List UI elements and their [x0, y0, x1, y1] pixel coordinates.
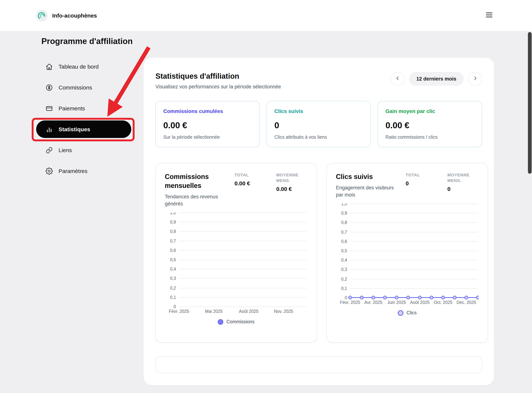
stat-caption: Ratio commissions / clics — [386, 134, 474, 141]
svg-text:Févr. 2025: Févr. 2025 — [169, 309, 189, 314]
period-next-button[interactable] — [468, 72, 482, 86]
svg-text:Mai 2025: Mai 2025 — [205, 309, 223, 314]
bar-chart-icon — [45, 125, 53, 133]
chart-avg-value: 0 — [447, 186, 479, 192]
panel-titles: Statistiques d'affiliation Visualisez vo… — [156, 71, 281, 90]
chart-header: Commissions mensuelles Tendances des rev… — [165, 172, 307, 207]
chart-title: Commissions mensuelles — [165, 172, 230, 190]
period-label[interactable]: 12 derniers mois — [409, 72, 464, 86]
svg-text:0,5: 0,5 — [170, 257, 176, 262]
chart-legend-commissions[interactable]: Commissions — [165, 318, 307, 326]
chart-card-commissions: Commissions mensuelles Tendances des rev… — [156, 163, 317, 343]
chart-total: TOTAL 0.00 € — [234, 172, 272, 187]
svg-text:0,2: 0,2 — [170, 286, 176, 290]
brand-name: Info-acouphènes — [52, 12, 97, 19]
clicks-chart-plot: 1,00,90,80,70,60,50,40,30,20,10Févr. 202… — [336, 204, 479, 306]
sidebar-nav: Tableau de bord Commissions — [0, 58, 144, 180]
brand[interactable]: Info-acouphènes — [36, 10, 97, 21]
sidebar-item-settings[interactable]: Paramètres — [36, 162, 131, 180]
scrollbar-thumb[interactable] — [528, 32, 532, 174]
sidebar-item-dashboard[interactable]: Tableau de bord — [36, 58, 131, 75]
stat-card-avg-gain: Gain moyen par clic 0.00 € Ratio commiss… — [378, 101, 482, 147]
chart-total-value: 0.00 € — [234, 180, 272, 187]
chart-total: TOTAL 0 — [406, 172, 443, 187]
svg-text:Nov. 2025: Nov. 2025 — [274, 309, 293, 314]
svg-text:0,3: 0,3 — [170, 276, 176, 281]
svg-text:0,2: 0,2 — [341, 277, 347, 281]
empty-panel — [156, 356, 482, 373]
home-icon — [45, 63, 53, 70]
sidebar-item-label: Tableau de bord — [59, 63, 99, 70]
app-header: Info-acouphènes — [0, 0, 532, 31]
hamburger-icon — [485, 11, 493, 20]
svg-text:0,8: 0,8 — [170, 229, 176, 234]
panel-title: Statistiques d'affiliation — [156, 71, 281, 81]
chart-subtitle: Tendances des revenus générés — [165, 193, 230, 207]
period-nav: 12 derniers mois — [390, 72, 482, 86]
chart-avg-value: 0.00 € — [276, 186, 307, 192]
svg-text:0: 0 — [174, 304, 176, 309]
svg-text:1,0: 1,0 — [341, 204, 347, 206]
chart-title: Clics suivis — [336, 172, 401, 181]
chart-subtitle: Engagement des visiteurs par mois — [336, 184, 401, 198]
chart-legend-clicks[interactable]: Clics — [336, 309, 479, 317]
chart-total-label: TOTAL — [406, 172, 443, 178]
commissions-chart-plot: 1,00,90,80,70,60,50,40,30,20,10Févr. 202… — [165, 212, 307, 315]
sidebar-item-payments[interactable]: Paiements — [36, 99, 131, 117]
svg-text:Févr. 2025: Févr. 2025 — [340, 300, 360, 305]
chart-avg-label: MOYENNE MENS. — [447, 172, 479, 183]
menu-button[interactable] — [482, 8, 496, 23]
sidebar-item-label: Statistiques — [59, 126, 90, 132]
svg-text:0,5: 0,5 — [341, 248, 347, 253]
panel-subtitle: Visualisez vos performances sur la pério… — [156, 84, 281, 90]
stat-title: Gain moyen par clic — [386, 108, 474, 115]
chart-titles: Commissions mensuelles Tendances des rev… — [165, 172, 230, 207]
stats-panel: Statistiques d'affiliation Visualisez vo… — [144, 58, 494, 385]
sidebar-item-label: Commissions — [59, 84, 92, 91]
svg-text:Avr. 2025: Avr. 2025 — [364, 300, 382, 305]
svg-text:0,9: 0,9 — [170, 220, 176, 225]
svg-text:1,0: 1,0 — [170, 212, 176, 215]
gear-icon — [45, 167, 53, 175]
stat-caption: Sur la période sélectionnée — [163, 134, 252, 141]
page: Info-acouphènes Programme d'affiliation … — [0, 0, 532, 393]
svg-text:Déc. 2025: Déc. 2025 — [457, 300, 476, 305]
chart-avg-label: MOYENNE MENS. — [276, 172, 307, 183]
legend-label: Commissions — [226, 319, 254, 324]
panel-header: Statistiques d'affiliation Visualisez vo… — [156, 71, 482, 90]
stat-card-clicks: Clics suivis 0 Clics attribués à vos lie… — [267, 101, 371, 147]
page-title: Programme d'affiliation — [41, 37, 144, 46]
period-prev-button[interactable] — [390, 72, 404, 86]
app-logo-icon — [36, 10, 48, 21]
svg-text:Août 2025: Août 2025 — [410, 300, 430, 305]
chevron-left-icon — [395, 75, 400, 82]
svg-text:0,1: 0,1 — [341, 286, 347, 291]
credit-card-icon — [45, 105, 53, 112]
chart-header: Clics suivis Engagement des visiteurs pa… — [336, 172, 479, 198]
svg-text:0,6: 0,6 — [341, 239, 347, 244]
svg-text:0,4: 0,4 — [170, 267, 176, 271]
stat-cards-row: Commissions cumulées 0.00 € Sur la pério… — [156, 101, 482, 147]
chart-card-clicks: Clics suivis Engagement des visiteurs pa… — [327, 163, 488, 343]
sidebar-item-label: Paiements — [59, 105, 85, 112]
svg-text:0,7: 0,7 — [170, 239, 176, 243]
chart-avg: MOYENNE MENS. 0.00 € — [276, 172, 307, 192]
sidebar-item-links[interactable]: Liens — [36, 141, 131, 159]
sidebar-item-commissions[interactable]: Commissions — [36, 79, 131, 96]
svg-text:Août 2025: Août 2025 — [239, 309, 259, 314]
link-icon — [45, 146, 53, 154]
sidebar-item-label: Liens — [59, 147, 72, 153]
chart-total-value: 0 — [406, 180, 443, 187]
stat-caption: Clics attribués à vos liens — [274, 134, 363, 141]
stat-value: 0.00 € — [386, 120, 474, 131]
sidebar: Programme d'affiliation Tableau de bord — [0, 31, 144, 180]
svg-text:Juin 2025: Juin 2025 — [387, 300, 406, 305]
stat-card-commissions: Commissions cumulées 0.00 € Sur la pério… — [156, 101, 260, 147]
svg-text:0,6: 0,6 — [170, 248, 176, 253]
sidebar-item-statistics[interactable]: Statistiques — [36, 120, 131, 138]
svg-text:0,9: 0,9 — [341, 211, 347, 216]
chart-avg: MOYENNE MENS. 0 — [447, 172, 479, 192]
chart-titles: Clics suivis Engagement des visiteurs pa… — [336, 172, 401, 198]
sidebar-item-label: Paramètres — [59, 168, 88, 174]
stat-value: 0 — [274, 120, 363, 131]
